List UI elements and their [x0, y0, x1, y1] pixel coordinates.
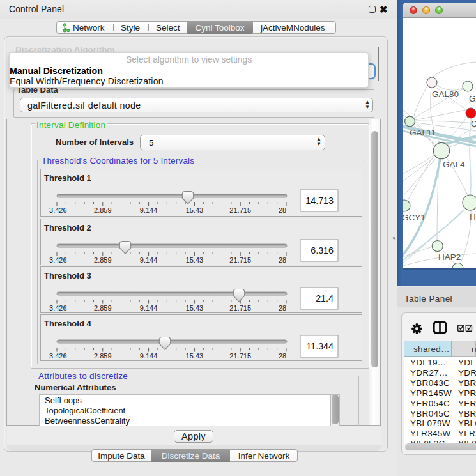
svg-text:GCY1: GCY1 [403, 213, 426, 222]
svg-text:GAL4: GAL4 [443, 160, 465, 169]
svg-text:15.43: 15.43 [186, 304, 204, 312]
svg-text:14.713: 14.713 [305, 196, 334, 206]
svg-text:2.859: 2.859 [94, 352, 112, 360]
svg-text:GA: GA [469, 94, 476, 104]
svg-text:Threshold 3: Threshold 3 [44, 271, 91, 280]
svg-text:-3.426: -3.426 [47, 256, 66, 264]
svg-text:CY: CY [471, 119, 476, 128]
svg-text:21.715: 21.715 [229, 304, 251, 312]
svg-text:28: 28 [279, 352, 286, 360]
svg-text:11.344: 11.344 [306, 341, 334, 351]
svg-text:9.144: 9.144 [140, 206, 158, 214]
svg-text:2.859: 2.859 [94, 256, 112, 264]
svg-text:28: 28 [279, 256, 286, 264]
svg-text:-3.426: -3.426 [47, 304, 66, 312]
svg-text:Threshold 2: Threshold 2 [44, 223, 91, 233]
svg-text:Threshold 4: Threshold 4 [44, 319, 91, 328]
svg-text:-3.426: -3.426 [47, 206, 66, 214]
svg-text:21.715: 21.715 [229, 256, 251, 264]
svg-text:Threshold 1: Threshold 1 [44, 173, 91, 183]
svg-text:HAP2: HAP2 [438, 252, 461, 262]
svg-text:28: 28 [279, 304, 286, 312]
svg-text:2.859: 2.859 [94, 304, 112, 312]
svg-text:21.715: 21.715 [229, 352, 251, 360]
svg-text:-3.426: -3.426 [47, 352, 66, 360]
svg-text:21.715: 21.715 [229, 206, 251, 214]
svg-text:9.144: 9.144 [140, 256, 158, 264]
svg-text:21.4: 21.4 [316, 293, 334, 303]
svg-text:15.43: 15.43 [186, 206, 204, 214]
svg-text:GAL80: GAL80 [432, 89, 459, 99]
svg-text:9.144: 9.144 [140, 304, 158, 312]
svg-text:GAL11: GAL11 [410, 128, 436, 137]
svg-text:15.43: 15.43 [186, 256, 204, 264]
svg-text:9.144: 9.144 [140, 352, 158, 360]
svg-text:H: H [470, 212, 476, 222]
svg-text:28: 28 [279, 206, 286, 214]
svg-text:15.43: 15.43 [186, 352, 204, 360]
svg-text:2.859: 2.859 [94, 206, 112, 214]
svg-text:6.316: 6.316 [311, 245, 334, 256]
